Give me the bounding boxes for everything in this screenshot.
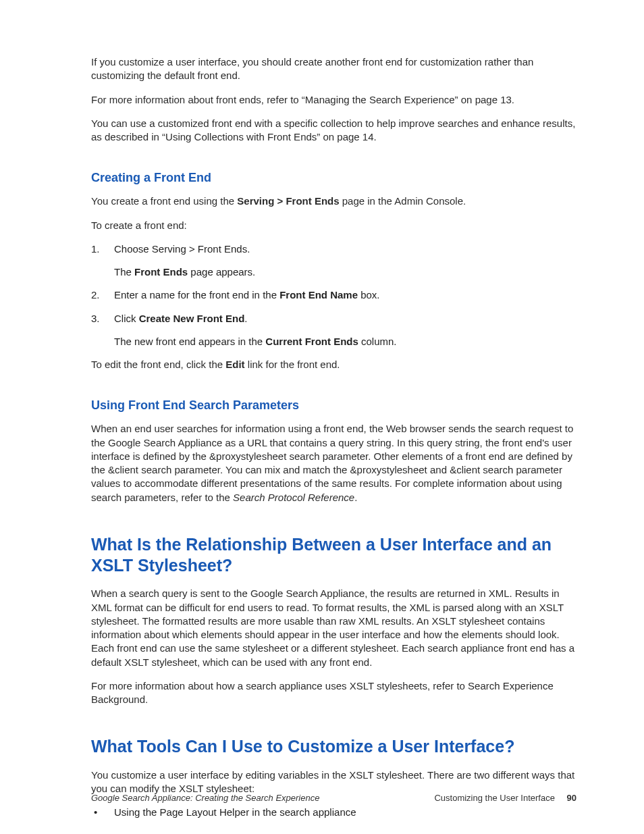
tools-paragraph-1: You customize a user interface by editin… xyxy=(91,768,576,796)
creating-paragraph-after: To edit the front end, click the Edit li… xyxy=(91,358,576,371)
creating-paragraph-2: To create a front end: xyxy=(91,219,576,232)
step-1: Choose Serving > Front Ends. The Front E… xyxy=(91,242,576,280)
step-2: Enter a name for the front end in the Fr… xyxy=(91,288,576,302)
text-run: You create a front end using the xyxy=(91,195,237,207)
italic-search-protocol-reference: Search Protocol Reference xyxy=(233,492,354,503)
text-run: To edit the front end, click the xyxy=(91,359,225,370)
text-run: page in the Admin Console. xyxy=(340,195,466,207)
text-run: . xyxy=(354,492,357,503)
page-content: If you customize a user interface, you s… xyxy=(0,0,644,819)
text-run: The xyxy=(114,266,134,278)
intro-paragraph-2: For more information about front ends, r… xyxy=(91,93,576,107)
heading-relationship: What Is the Relationship Between a User … xyxy=(91,534,576,577)
heading-tools: What Tools Can I Use to Customize a User… xyxy=(91,736,576,757)
text-run: box. xyxy=(358,289,380,301)
bold-create-new-front-end: Create New Front End xyxy=(139,313,245,324)
text-run: column. xyxy=(358,336,397,347)
creating-steps-list: Choose Serving > Front Ends. The Front E… xyxy=(91,242,576,348)
bold-current-front-ends: Current Front Ends xyxy=(265,336,358,347)
relationship-paragraph-2: For more information about how a search … xyxy=(91,679,576,707)
text-run: The new front end appears in the xyxy=(114,336,265,347)
bold-serving-front-ends: Serving > Front Ends xyxy=(237,195,339,207)
bold-edit: Edit xyxy=(225,359,244,370)
text-run: link for the front end. xyxy=(245,359,340,370)
page-footer: Google Search Appliance: Creating the Se… xyxy=(91,793,576,803)
bullet-page-layout-helper: Using the Page Layout Helper in the sear… xyxy=(91,806,576,819)
text-run: Click xyxy=(114,313,139,324)
step-3-sub: The new front end appears in the Current… xyxy=(114,335,576,348)
relationship-paragraph-1: When a search query is sent to the Googl… xyxy=(91,587,576,669)
step-1-sub: The Front Ends page appears. xyxy=(114,265,576,279)
footer-section-text: Customizing the User Interface xyxy=(434,793,554,803)
intro-paragraph-1: If you customize a user interface, you s… xyxy=(91,55,576,83)
page-number: 90 xyxy=(567,793,576,803)
step-text: Choose Serving > Front Ends. xyxy=(114,243,250,255)
intro-paragraph-3: You can use a customized front end with … xyxy=(91,117,576,145)
creating-paragraph-1: You create a front end using the Serving… xyxy=(91,194,576,208)
heading-creating-front-end: Creating a Front End xyxy=(91,171,576,185)
using-paragraph-1: When an end user searches for informatio… xyxy=(91,422,576,504)
text-run: . xyxy=(244,313,247,324)
text-run: Enter a name for the front end in the xyxy=(114,289,279,301)
bold-front-ends: Front Ends xyxy=(134,266,188,278)
heading-using-params: Using Front End Search Parameters xyxy=(91,398,576,413)
tools-bullets: Using the Page Layout Helper in the sear… xyxy=(91,806,576,819)
step-3: Click Create New Front End. The new fron… xyxy=(91,312,576,349)
text-run: page appears. xyxy=(188,266,255,278)
footer-section: Customizing the User Interface 90 xyxy=(434,793,576,803)
footer-doc-title: Google Search Appliance: Creating the Se… xyxy=(91,793,319,803)
bold-front-end-name: Front End Name xyxy=(279,289,358,301)
